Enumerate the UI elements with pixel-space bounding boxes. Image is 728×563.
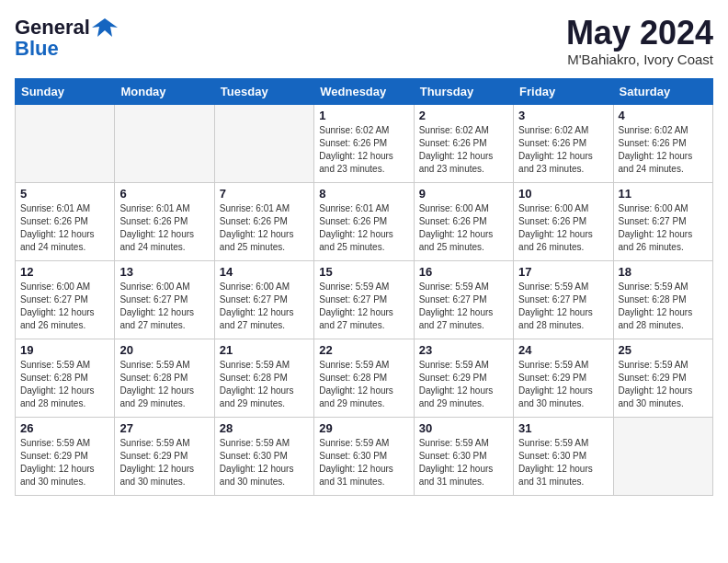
day-info: Sunrise: 6:00 AM Sunset: 6:26 PM Dayligh… <box>419 202 508 254</box>
day-number: 21 <box>220 343 309 357</box>
day-info: Sunrise: 5:59 AM Sunset: 6:27 PM Dayligh… <box>419 281 508 332</box>
calendar-cell: 12Sunrise: 6:00 AM Sunset: 6:27 PM Dayli… <box>16 260 115 339</box>
day-number: 19 <box>20 343 109 357</box>
calendar-cell: 4Sunrise: 6:02 AM Sunset: 6:26 PM Daylig… <box>613 104 712 182</box>
day-info: Sunrise: 6:00 AM Sunset: 6:27 PM Dayligh… <box>119 281 209 332</box>
calendar-cell: 10Sunrise: 6:00 AM Sunset: 6:26 PM Dayli… <box>514 182 613 260</box>
calendar-cell: 24Sunrise: 5:59 AM Sunset: 6:29 PM Dayli… <box>514 339 613 417</box>
calendar-cell: 26Sunrise: 5:59 AM Sunset: 6:29 PM Dayli… <box>16 417 115 495</box>
calendar-cell: 27Sunrise: 5:59 AM Sunset: 6:29 PM Dayli… <box>115 417 214 495</box>
day-info: Sunrise: 5:59 AM Sunset: 6:30 PM Dayligh… <box>419 437 508 488</box>
day-info: Sunrise: 5:59 AM Sunset: 6:28 PM Dayligh… <box>319 359 408 410</box>
day-number: 6 <box>119 187 209 201</box>
day-info: Sunrise: 5:59 AM Sunset: 6:28 PM Dayligh… <box>619 281 708 332</box>
calendar-cell: 20Sunrise: 5:59 AM Sunset: 6:28 PM Dayli… <box>115 339 214 417</box>
day-number: 31 <box>518 421 608 435</box>
day-info: Sunrise: 6:00 AM Sunset: 6:26 PM Dayligh… <box>518 202 608 254</box>
weekday-header: Thursday <box>414 78 513 104</box>
weekday-header: Wednesday <box>314 78 414 104</box>
day-info: Sunrise: 6:02 AM Sunset: 6:26 PM Dayligh… <box>419 124 508 176</box>
calendar-cell: 8Sunrise: 6:01 AM Sunset: 6:26 PM Daylig… <box>314 182 414 260</box>
day-number: 18 <box>619 265 708 279</box>
day-number: 25 <box>619 343 708 357</box>
calendar-cell: 6Sunrise: 6:01 AM Sunset: 6:26 PM Daylig… <box>115 182 214 260</box>
calendar-cell: 23Sunrise: 5:59 AM Sunset: 6:29 PM Dayli… <box>414 339 513 417</box>
calendar-cell <box>16 104 115 182</box>
day-info: Sunrise: 6:02 AM Sunset: 6:26 PM Dayligh… <box>619 124 708 176</box>
day-number: 8 <box>319 187 408 201</box>
logo-bird-icon <box>92 15 118 40</box>
weekday-header: Friday <box>514 78 613 104</box>
day-info: Sunrise: 6:00 AM Sunset: 6:27 PM Dayligh… <box>220 281 309 332</box>
day-info: Sunrise: 6:02 AM Sunset: 6:26 PM Dayligh… <box>518 124 608 176</box>
calendar-cell: 25Sunrise: 5:59 AM Sunset: 6:29 PM Dayli… <box>613 339 712 417</box>
day-info: Sunrise: 5:59 AM Sunset: 6:27 PM Dayligh… <box>518 281 608 332</box>
day-info: Sunrise: 5:59 AM Sunset: 6:28 PM Dayligh… <box>20 359 109 410</box>
day-number: 28 <box>220 421 309 435</box>
calendar-cell: 7Sunrise: 6:01 AM Sunset: 6:26 PM Daylig… <box>214 182 313 260</box>
day-number: 29 <box>319 421 408 435</box>
day-info: Sunrise: 5:59 AM Sunset: 6:29 PM Dayligh… <box>119 437 209 488</box>
day-number: 22 <box>319 343 408 357</box>
day-info: Sunrise: 5:59 AM Sunset: 6:28 PM Dayligh… <box>220 359 309 410</box>
day-info: Sunrise: 5:59 AM Sunset: 6:30 PM Dayligh… <box>319 437 408 488</box>
month-year-title: May 2024 <box>566 15 713 52</box>
week-row: 1Sunrise: 6:02 AM Sunset: 6:26 PM Daylig… <box>16 104 713 182</box>
day-number: 4 <box>619 109 708 122</box>
calendar-cell: 15Sunrise: 5:59 AM Sunset: 6:27 PM Dayli… <box>314 260 414 339</box>
calendar-cell: 31Sunrise: 5:59 AM Sunset: 6:30 PM Dayli… <box>514 417 613 495</box>
day-info: Sunrise: 5:59 AM Sunset: 6:30 PM Dayligh… <box>220 437 309 488</box>
calendar-cell: 17Sunrise: 5:59 AM Sunset: 6:27 PM Dayli… <box>514 260 613 339</box>
day-number: 10 <box>518 187 608 201</box>
day-number: 13 <box>119 265 209 279</box>
weekday-header: Saturday <box>613 78 712 104</box>
day-info: Sunrise: 6:00 AM Sunset: 6:27 PM Dayligh… <box>619 202 708 254</box>
day-number: 14 <box>220 265 309 279</box>
calendar-cell: 29Sunrise: 5:59 AM Sunset: 6:30 PM Dayli… <box>314 417 414 495</box>
calendar-cell: 22Sunrise: 5:59 AM Sunset: 6:28 PM Dayli… <box>314 339 414 417</box>
weekday-header: Tuesday <box>214 78 313 104</box>
day-number: 9 <box>419 187 508 201</box>
svg-marker-0 <box>92 18 118 37</box>
day-number: 7 <box>220 187 309 201</box>
calendar-cell: 30Sunrise: 5:59 AM Sunset: 6:30 PM Dayli… <box>414 417 513 495</box>
calendar-cell: 1Sunrise: 6:02 AM Sunset: 6:26 PM Daylig… <box>314 104 414 182</box>
day-number: 3 <box>518 109 608 122</box>
calendar-cell: 21Sunrise: 5:59 AM Sunset: 6:28 PM Dayli… <box>214 339 313 417</box>
day-info: Sunrise: 6:01 AM Sunset: 6:26 PM Dayligh… <box>319 202 408 254</box>
calendar-cell: 18Sunrise: 5:59 AM Sunset: 6:28 PM Dayli… <box>613 260 712 339</box>
calendar-cell: 16Sunrise: 5:59 AM Sunset: 6:27 PM Dayli… <box>414 260 513 339</box>
calendar-cell <box>613 417 712 495</box>
day-number: 23 <box>419 343 508 357</box>
logo: General Blue <box>15 15 118 61</box>
calendar-cell: 14Sunrise: 6:00 AM Sunset: 6:27 PM Dayli… <box>214 260 313 339</box>
day-number: 24 <box>518 343 608 357</box>
day-info: Sunrise: 6:01 AM Sunset: 6:26 PM Dayligh… <box>20 202 109 254</box>
weekday-header: Sunday <box>16 78 115 104</box>
day-info: Sunrise: 6:00 AM Sunset: 6:27 PM Dayligh… <box>20 281 109 332</box>
week-row: 26Sunrise: 5:59 AM Sunset: 6:29 PM Dayli… <box>16 417 713 495</box>
title-block: May 2024 M'Bahiakro, Ivory Coast <box>566 15 713 67</box>
day-info: Sunrise: 5:59 AM Sunset: 6:29 PM Dayligh… <box>518 359 608 410</box>
calendar-cell: 5Sunrise: 6:01 AM Sunset: 6:26 PM Daylig… <box>16 182 115 260</box>
day-info: Sunrise: 5:59 AM Sunset: 6:29 PM Dayligh… <box>20 437 109 488</box>
day-info: Sunrise: 5:59 AM Sunset: 6:28 PM Dayligh… <box>119 359 209 410</box>
calendar-cell <box>115 104 214 182</box>
day-info: Sunrise: 5:59 AM Sunset: 6:29 PM Dayligh… <box>419 359 508 410</box>
day-info: Sunrise: 6:02 AM Sunset: 6:26 PM Dayligh… <box>319 124 408 176</box>
calendar-table: SundayMondayTuesdayWednesdayThursdayFrid… <box>15 78 713 496</box>
week-row: 19Sunrise: 5:59 AM Sunset: 6:28 PM Dayli… <box>16 339 713 417</box>
day-number: 26 <box>20 421 109 435</box>
day-number: 15 <box>319 265 408 279</box>
calendar-cell: 9Sunrise: 6:00 AM Sunset: 6:26 PM Daylig… <box>414 182 513 260</box>
calendar-cell: 2Sunrise: 6:02 AM Sunset: 6:26 PM Daylig… <box>414 104 513 182</box>
calendar-cell: 28Sunrise: 5:59 AM Sunset: 6:30 PM Dayli… <box>214 417 313 495</box>
day-number: 11 <box>619 187 708 201</box>
week-row: 12Sunrise: 6:00 AM Sunset: 6:27 PM Dayli… <box>16 260 713 339</box>
weekday-header-row: SundayMondayTuesdayWednesdayThursdayFrid… <box>16 78 713 104</box>
day-number: 12 <box>20 265 109 279</box>
day-info: Sunrise: 5:59 AM Sunset: 6:30 PM Dayligh… <box>518 437 608 488</box>
day-number: 17 <box>518 265 608 279</box>
week-row: 5Sunrise: 6:01 AM Sunset: 6:26 PM Daylig… <box>16 182 713 260</box>
calendar-cell: 13Sunrise: 6:00 AM Sunset: 6:27 PM Dayli… <box>115 260 214 339</box>
